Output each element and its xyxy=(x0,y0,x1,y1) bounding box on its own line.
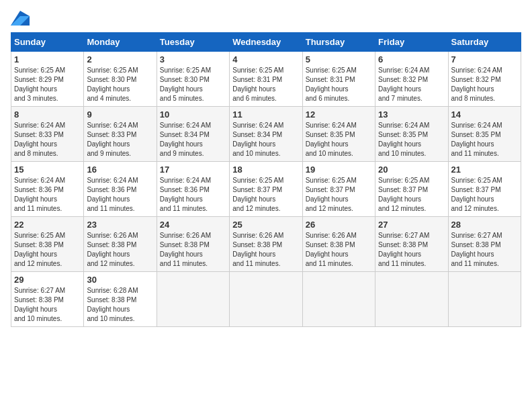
day-detail: Sunrise: 6:24 AM Sunset: 8:36 PM Dayligh… xyxy=(14,176,81,214)
header-thursday: Thursday xyxy=(302,33,375,52)
day-number: 22 xyxy=(14,220,81,230)
calendar-cell xyxy=(375,272,448,327)
calendar-week-row: 8 Sunrise: 6:24 AM Sunset: 8:33 PM Dayli… xyxy=(11,107,521,162)
day-detail: Sunrise: 6:24 AM Sunset: 8:36 PM Dayligh… xyxy=(87,176,153,214)
calendar-cell: 27 Sunrise: 6:27 AM Sunset: 8:38 PM Dayl… xyxy=(375,217,448,272)
calendar-cell xyxy=(302,272,375,327)
calendar-cell: 14 Sunrise: 6:24 AM Sunset: 8:35 PM Dayl… xyxy=(448,107,521,162)
day-detail: Sunrise: 6:26 AM Sunset: 8:38 PM Dayligh… xyxy=(87,231,153,269)
day-number: 21 xyxy=(451,165,518,175)
day-number: 30 xyxy=(87,275,153,285)
day-detail: Sunrise: 6:24 AM Sunset: 8:35 PM Dayligh… xyxy=(378,121,445,158)
day-detail: Sunrise: 6:26 AM Sunset: 8:38 PM Dayligh… xyxy=(160,231,226,269)
day-number: 1 xyxy=(14,54,81,64)
calendar-cell: 22 Sunrise: 6:25 AM Sunset: 8:38 PM Dayl… xyxy=(11,217,84,272)
day-detail: Sunrise: 6:25 AM Sunset: 8:37 PM Dayligh… xyxy=(378,176,445,214)
day-detail: Sunrise: 6:25 AM Sunset: 8:31 PM Dayligh… xyxy=(232,66,299,103)
day-detail: Sunrise: 6:25 AM Sunset: 8:37 PM Dayligh… xyxy=(451,176,518,214)
calendar-cell: 3 Sunrise: 6:25 AM Sunset: 8:30 PM Dayli… xyxy=(157,52,229,107)
calendar-cell: 20 Sunrise: 6:25 AM Sunset: 8:37 PM Dayl… xyxy=(375,162,448,217)
day-number: 9 xyxy=(87,109,153,120)
calendar-week-row: 29 Sunrise: 6:27 AM Sunset: 8:38 PM Dayl… xyxy=(11,272,521,327)
day-detail: Sunrise: 6:24 AM Sunset: 8:36 PM Dayligh… xyxy=(160,176,226,214)
day-number: 28 xyxy=(451,220,518,230)
calendar-cell: 12 Sunrise: 6:24 AM Sunset: 8:35 PM Dayl… xyxy=(302,107,375,162)
day-detail: Sunrise: 6:24 AM Sunset: 8:32 PM Dayligh… xyxy=(451,66,518,103)
day-number: 29 xyxy=(14,275,81,285)
day-detail: Sunrise: 6:25 AM Sunset: 8:37 PM Dayligh… xyxy=(306,176,372,214)
calendar-cell: 8 Sunrise: 6:24 AM Sunset: 8:33 PM Dayli… xyxy=(11,107,84,162)
header-sunday: Sunday xyxy=(11,33,84,52)
calendar-cell: 21 Sunrise: 6:25 AM Sunset: 8:37 PM Dayl… xyxy=(448,162,521,217)
calendar-cell: 16 Sunrise: 6:24 AM Sunset: 8:36 PM Dayl… xyxy=(84,162,157,217)
day-number: 16 xyxy=(87,165,153,175)
day-number: 13 xyxy=(378,109,445,120)
calendar-cell: 30 Sunrise: 6:28 AM Sunset: 8:38 PM Dayl… xyxy=(84,272,157,327)
page-header xyxy=(11,11,521,26)
day-number: 10 xyxy=(160,109,226,120)
day-number: 23 xyxy=(87,220,153,230)
day-number: 20 xyxy=(378,165,445,175)
day-number: 7 xyxy=(451,54,518,64)
day-detail: Sunrise: 6:24 AM Sunset: 8:35 PM Dayligh… xyxy=(306,121,372,158)
header-wednesday: Wednesday xyxy=(230,33,302,52)
calendar-week-row: 15 Sunrise: 6:24 AM Sunset: 8:36 PM Dayl… xyxy=(11,162,521,217)
header-saturday: Saturday xyxy=(448,33,521,52)
day-detail: Sunrise: 6:25 AM Sunset: 8:30 PM Dayligh… xyxy=(87,66,153,103)
calendar-cell: 29 Sunrise: 6:27 AM Sunset: 8:38 PM Dayl… xyxy=(11,272,84,327)
day-number: 5 xyxy=(306,54,372,64)
header-monday: Monday xyxy=(84,33,157,52)
day-detail: Sunrise: 6:25 AM Sunset: 8:30 PM Dayligh… xyxy=(160,66,226,103)
day-detail: Sunrise: 6:28 AM Sunset: 8:38 PM Dayligh… xyxy=(87,286,153,324)
day-number: 6 xyxy=(378,54,445,64)
day-number: 12 xyxy=(306,109,372,120)
calendar-cell: 23 Sunrise: 6:26 AM Sunset: 8:38 PM Dayl… xyxy=(84,217,157,272)
day-number: 25 xyxy=(232,220,299,230)
day-detail: Sunrise: 6:24 AM Sunset: 8:33 PM Dayligh… xyxy=(14,121,81,158)
day-detail: Sunrise: 6:25 AM Sunset: 8:29 PM Dayligh… xyxy=(14,66,81,103)
day-number: 4 xyxy=(232,54,299,64)
calendar-cell: 5 Sunrise: 6:25 AM Sunset: 8:31 PM Dayli… xyxy=(302,52,375,107)
day-detail: Sunrise: 6:25 AM Sunset: 8:38 PM Dayligh… xyxy=(14,231,81,269)
calendar-cell: 7 Sunrise: 6:24 AM Sunset: 8:32 PM Dayli… xyxy=(448,52,521,107)
calendar-table: SundayMondayTuesdayWednesdayThursdayFrid… xyxy=(11,32,521,327)
calendar-cell xyxy=(448,272,521,327)
calendar-cell: 10 Sunrise: 6:24 AM Sunset: 8:34 PM Dayl… xyxy=(157,107,229,162)
calendar-cell: 9 Sunrise: 6:24 AM Sunset: 8:33 PM Dayli… xyxy=(84,107,157,162)
day-number: 18 xyxy=(232,165,299,175)
calendar-week-row: 1 Sunrise: 6:25 AM Sunset: 8:29 PM Dayli… xyxy=(11,52,521,107)
day-number: 3 xyxy=(160,54,226,64)
day-number: 19 xyxy=(306,165,372,175)
day-detail: Sunrise: 6:26 AM Sunset: 8:38 PM Dayligh… xyxy=(306,231,372,269)
calendar-cell: 24 Sunrise: 6:26 AM Sunset: 8:38 PM Dayl… xyxy=(157,217,229,272)
header-friday: Friday xyxy=(375,33,448,52)
calendar-cell: 19 Sunrise: 6:25 AM Sunset: 8:37 PM Dayl… xyxy=(302,162,375,217)
logo-icon xyxy=(11,11,30,26)
calendar-cell: 18 Sunrise: 6:25 AM Sunset: 8:37 PM Dayl… xyxy=(230,162,302,217)
day-detail: Sunrise: 6:27 AM Sunset: 8:38 PM Dayligh… xyxy=(14,286,81,324)
calendar-cell xyxy=(230,272,302,327)
calendar-cell: 1 Sunrise: 6:25 AM Sunset: 8:29 PM Dayli… xyxy=(11,52,84,107)
day-detail: Sunrise: 6:26 AM Sunset: 8:38 PM Dayligh… xyxy=(232,231,299,269)
calendar-cell xyxy=(157,272,229,327)
day-detail: Sunrise: 6:24 AM Sunset: 8:33 PM Dayligh… xyxy=(87,121,153,158)
logo xyxy=(11,11,32,26)
calendar-cell: 26 Sunrise: 6:26 AM Sunset: 8:38 PM Dayl… xyxy=(302,217,375,272)
day-number: 8 xyxy=(14,109,81,120)
calendar-cell: 2 Sunrise: 6:25 AM Sunset: 8:30 PM Dayli… xyxy=(84,52,157,107)
day-detail: Sunrise: 6:27 AM Sunset: 8:38 PM Dayligh… xyxy=(378,231,445,269)
day-number: 2 xyxy=(87,54,153,64)
day-detail: Sunrise: 6:24 AM Sunset: 8:35 PM Dayligh… xyxy=(451,121,518,158)
calendar-cell: 13 Sunrise: 6:24 AM Sunset: 8:35 PM Dayl… xyxy=(375,107,448,162)
header-tuesday: Tuesday xyxy=(157,33,229,52)
day-number: 14 xyxy=(451,109,518,120)
day-detail: Sunrise: 6:25 AM Sunset: 8:31 PM Dayligh… xyxy=(306,66,372,103)
day-number: 26 xyxy=(306,220,372,230)
calendar-week-row: 22 Sunrise: 6:25 AM Sunset: 8:38 PM Dayl… xyxy=(11,217,521,272)
day-detail: Sunrise: 6:25 AM Sunset: 8:37 PM Dayligh… xyxy=(232,176,299,214)
day-detail: Sunrise: 6:24 AM Sunset: 8:34 PM Dayligh… xyxy=(232,121,299,158)
calendar-cell: 28 Sunrise: 6:27 AM Sunset: 8:38 PM Dayl… xyxy=(448,217,521,272)
day-detail: Sunrise: 6:24 AM Sunset: 8:34 PM Dayligh… xyxy=(160,121,226,158)
day-number: 11 xyxy=(232,109,299,120)
day-number: 24 xyxy=(160,220,226,230)
